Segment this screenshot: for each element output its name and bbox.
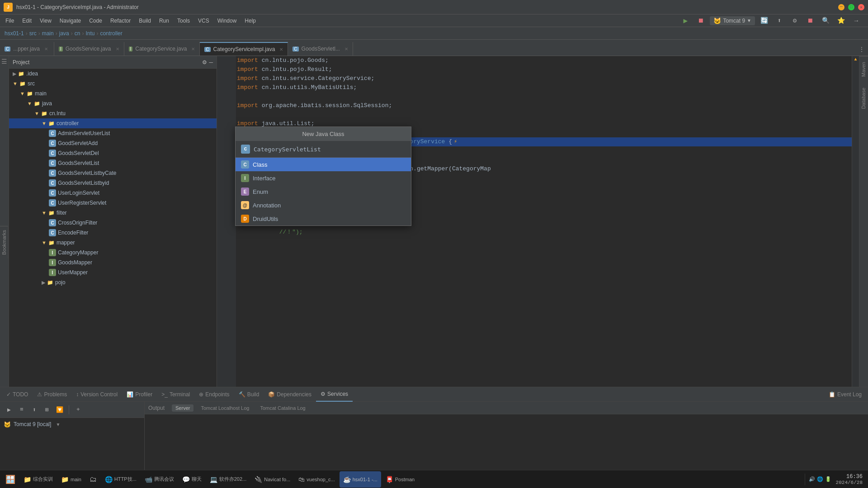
breadcrumb-controller[interactable]: controller xyxy=(100,30,122,37)
tree-item-idea[interactable]: ▶ 📁 .idea xyxy=(9,69,217,79)
tab-mapper[interactable]: C ...pper.java ✕ xyxy=(0,42,54,56)
sidebar-toggle[interactable]: ☰ xyxy=(1,58,7,66)
taskbar-http[interactable]: 🌐 HTTP技... xyxy=(101,471,140,488)
new-class-name-input[interactable] xyxy=(254,146,406,153)
toolbar-reload[interactable]: 🔄 xyxy=(758,14,770,27)
minimize-button[interactable]: ─ xyxy=(838,4,844,10)
menu-window[interactable]: Window xyxy=(214,16,241,25)
tab-todo[interactable]: ✓ TODO xyxy=(2,387,33,402)
tomcat-dropdown-arrow[interactable]: ▼ xyxy=(56,422,60,427)
breadcrumb-src[interactable]: src xyxy=(29,30,37,37)
stop-button[interactable]: ⏹ xyxy=(694,14,707,27)
tree-item-main[interactable]: ▼ 📁 main xyxy=(9,89,217,99)
menu-build[interactable]: Build xyxy=(135,16,155,25)
breadcrumb-intu[interactable]: Intu xyxy=(85,30,94,37)
popup-item-annotation[interactable]: @ Annotation xyxy=(236,198,411,212)
tab-problems[interactable]: ⚠ Problems xyxy=(33,387,71,402)
tab-goods-service[interactable]: I GoodsService.java ✕ xyxy=(54,42,124,56)
taskbar-postman[interactable]: 📮 Postman xyxy=(382,471,418,488)
bookmarks-panel[interactable]: Bookmarks xyxy=(0,226,8,258)
tomcat-selector[interactable]: 🐱 Tomcat 9 ▼ xyxy=(710,16,755,25)
taskbar-explorer[interactable]: 🗂 xyxy=(86,471,100,488)
tree-item-goods-del[interactable]: C GoodsServletDel xyxy=(9,148,217,158)
svc-group-btn[interactable]: ⊞ xyxy=(42,404,52,415)
tab-terminal[interactable]: >_ Terminal xyxy=(157,387,194,402)
taskbar-综合实训[interactable]: 📁 综合实训 xyxy=(20,471,57,488)
toolbar-stop-red[interactable]: ⏹ xyxy=(804,14,816,27)
menu-navigate[interactable]: Navigate xyxy=(56,16,85,25)
close-button[interactable]: ✕ xyxy=(858,4,864,10)
tree-item-cross-filter[interactable]: C CrossOrignFilter xyxy=(9,218,217,228)
breadcrumb-cn[interactable]: cn xyxy=(75,30,80,37)
svc-filter-btn[interactable]: 🔽 xyxy=(54,404,65,415)
new-java-class-dialog[interactable]: New Java Class C C Class I Interface E E… xyxy=(235,127,411,226)
breadcrumb-project[interactable]: hsx01-1 xyxy=(5,30,24,37)
tab-dependencies[interactable]: 📦 Dependencies xyxy=(264,387,316,402)
tab-build[interactable]: 🔨 Build xyxy=(234,387,264,402)
window-controls[interactable]: ─ □ ✕ xyxy=(838,4,864,10)
tab-category-service[interactable]: I CategoryService.java ✕ xyxy=(124,42,200,56)
tab-close-category-service[interactable]: ✕ xyxy=(191,47,195,52)
output-tab-localhost-log[interactable]: Tomcat Localhost Log xyxy=(197,404,253,412)
tab-category-service-impl[interactable]: C CategoryServiceImpl.java ✕ xyxy=(200,42,288,56)
taskbar-intellij[interactable]: ☕ hsx01-1 -... xyxy=(340,471,381,488)
menu-tools[interactable]: Tools xyxy=(174,16,193,25)
tree-item-category-mapper[interactable]: I CategoryMapper xyxy=(9,248,217,258)
toolbar-nav-forward[interactable]: → xyxy=(850,14,863,27)
tab-close-category-service-impl[interactable]: ✕ xyxy=(279,47,283,52)
tab-endpoints[interactable]: ⊕ Endpoints xyxy=(194,387,234,402)
tree-item-mapper[interactable]: ▼ 📁 mapper xyxy=(9,238,217,248)
popup-item-druid[interactable]: D DruidUtils xyxy=(236,212,411,225)
tree-item-user-login[interactable]: C UserLoginServlet xyxy=(9,188,217,198)
tree-item-pojo[interactable]: ▶ 📁 pojo xyxy=(9,277,217,287)
svc-align-btn[interactable]: ≡ xyxy=(16,404,27,415)
menu-view[interactable]: View xyxy=(36,16,55,25)
menu-vcs[interactable]: VCS xyxy=(194,16,213,25)
tree-item-goods-list-byid[interactable]: C GoodsServletListbyid xyxy=(9,178,217,188)
svc-add-btn[interactable]: + xyxy=(73,404,84,415)
tree-item-encode-filter[interactable]: C EncodeFilter xyxy=(9,228,217,238)
database-tab[interactable]: Database xyxy=(859,82,868,114)
breadcrumb-main[interactable]: main xyxy=(42,30,54,37)
tree-item-cn-intu[interactable]: ▼ 📁 cn.Intu xyxy=(9,108,217,118)
menu-edit[interactable]: Edit xyxy=(19,16,35,25)
tab-close-mapper[interactable]: ✕ xyxy=(44,47,48,52)
tree-item-goods-mapper[interactable]: I GoodsMapper xyxy=(9,258,217,267)
menu-file[interactable]: File xyxy=(2,16,18,25)
tab-event-log[interactable]: 📋 Event Log xyxy=(824,387,866,402)
tab-version-control[interactable]: ↕ Version Control xyxy=(71,387,122,402)
menu-refactor[interactable]: Refactor xyxy=(107,16,134,25)
tab-services[interactable]: ⚙ Services xyxy=(316,387,353,402)
taskbar-software[interactable]: 💻 软件亦202... xyxy=(206,471,250,488)
tabs-more-button[interactable]: ⋮ xyxy=(855,43,868,56)
taskbar-windows-btn[interactable]: 🪟 xyxy=(2,471,19,488)
tab-goods-servlet[interactable]: C GoodsServletl... ✕ xyxy=(288,42,353,56)
sidebar-minimize[interactable]: ─ xyxy=(209,59,213,66)
tree-item-src[interactable]: ▼ 📁 src xyxy=(9,79,217,89)
run-button[interactable]: ▶ xyxy=(679,14,692,27)
popup-item-enum[interactable]: E Enum xyxy=(236,185,411,198)
tree-item-goods-add[interactable]: C GoodServletAdd xyxy=(9,138,217,148)
tree-item-filter[interactable]: ▼ 📁 filter xyxy=(9,208,217,218)
tab-close-goods-servlet[interactable]: ✕ xyxy=(344,47,348,52)
toolbar-search[interactable]: 🔍 xyxy=(819,14,832,27)
toolbar-update[interactable]: ⬆ xyxy=(773,14,786,27)
maximize-button[interactable]: □ xyxy=(848,4,854,10)
toolbar-more[interactable]: ⚙ xyxy=(788,14,801,27)
taskbar-main[interactable]: 📁 main xyxy=(57,471,85,488)
output-tab-catalina-log[interactable]: Tomcat Catalina Log xyxy=(256,404,309,412)
toolbar-bookmark[interactable]: ⭐ xyxy=(835,14,847,27)
tree-item-admin-servlet[interactable]: C AdminServletUserList xyxy=(9,128,217,138)
tab-profiler[interactable]: 📊 Profiler xyxy=(122,387,157,402)
svc-collapse-btn[interactable]: ⬆ xyxy=(29,404,40,415)
popup-item-class[interactable]: C Class xyxy=(236,158,411,171)
tomcat-server-row[interactable]: 🐱 Tomcat 9 [local] ▼ xyxy=(0,418,144,431)
tree-item-user-mapper[interactable]: I UserMapper xyxy=(9,267,217,277)
taskbar-vueshop[interactable]: 🛍 vueshop_c... xyxy=(295,471,338,488)
popup-item-interface[interactable]: I Interface xyxy=(236,171,411,185)
output-tab-server[interactable]: Server xyxy=(172,404,193,412)
taskbar-navicat[interactable]: 🔌 Navicat fo... xyxy=(251,471,294,488)
taskbar-tencent-meeting[interactable]: 📹 腾讯会议 xyxy=(141,471,178,488)
tree-item-user-register[interactable]: C UserRegisterServlet xyxy=(9,198,217,208)
tree-item-java[interactable]: ▼ 📁 java xyxy=(9,99,217,108)
